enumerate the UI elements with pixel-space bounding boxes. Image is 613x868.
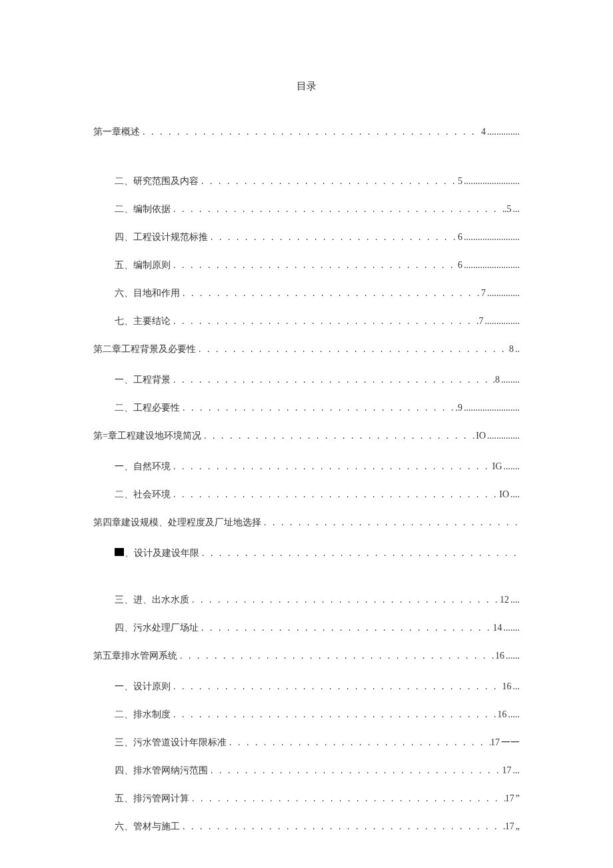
toc-page-number: 16	[502, 681, 512, 692]
toc-entry-text: 二、工程必要性	[115, 402, 180, 414]
toc-leader-dots	[196, 344, 509, 355]
toc-entry: 四、工程设计规范标推6........................	[115, 231, 520, 243]
toc-trail: ........................	[462, 403, 520, 413]
toc-entry-text: 一、设计原则	[115, 681, 171, 693]
toc-entry-text: 三、进、出水水质	[115, 594, 189, 606]
toc-entry: 三、进、出水水质12....	[115, 594, 520, 606]
toc-page-number: 17	[505, 793, 514, 804]
toc-entry: 二、社会环境IO....	[115, 489, 520, 501]
toc-entry: 、设计及建设年限	[115, 547, 520, 559]
toc-entry: 六、管材与施工17„	[115, 821, 520, 833]
toc-page-number: .8	[493, 375, 500, 385]
toc-page-number: .9	[456, 403, 463, 413]
toc-entry: 第四章建设规模、处理程度及厂址地选择	[93, 517, 520, 529]
toc-trail: ..	[514, 344, 520, 355]
toc-trail: ......	[504, 651, 520, 661]
toc-entry-text: 四、污水处理厂场址	[115, 622, 199, 634]
toc-page-number: 6	[458, 260, 462, 271]
toc-trail: ...	[512, 681, 520, 692]
toc-leader-dots	[201, 431, 476, 441]
toc-trail: .....	[507, 709, 520, 720]
toc-page-number: 5	[458, 176, 462, 187]
toc-entry: 二、工程必要性.9 ........................	[115, 402, 520, 414]
toc-entry: 二、排水制度16.....	[115, 709, 520, 721]
toc-title: 目录	[93, 80, 520, 93]
toc-entry-text: 四、工程设计规范标推	[115, 231, 208, 243]
toc-entry: 第=章工程建设地环境简况IO ..............	[93, 430, 520, 442]
toc-leader-dots	[171, 461, 492, 472]
toc-leader-dots	[171, 375, 493, 385]
toc-entry-text: 第五章排水管网系统	[93, 650, 177, 662]
toc-entry: 四、排水管网纳污范围17...	[115, 765, 520, 777]
toc-entry-text: 第一章概述	[93, 126, 140, 138]
toc-entry-text: 第四章建设规模、处理程度及厂址地选择	[93, 517, 261, 529]
toc-entry-text: 六、管材与施工	[115, 821, 180, 833]
toc-entry-text: 五、排污管网计算	[115, 793, 189, 805]
toc-entry-text: 三、污水管道设计年限标准	[115, 737, 227, 749]
toc-entry-text: 一、工程背景	[115, 374, 171, 386]
toc-leader-dots	[177, 651, 495, 661]
toc-leader-dots	[261, 517, 518, 528]
toc-trail: ...	[512, 204, 520, 215]
toc-leader-dots	[180, 403, 456, 413]
toc-entry: 五、排污管网计算17”	[115, 793, 520, 805]
toc-page-number: IO	[476, 431, 486, 441]
toc-entry-text: 六、目地和作用	[115, 287, 180, 299]
toc-page-number: 4	[481, 127, 486, 137]
toc-trail: .......	[502, 461, 520, 472]
toc-trail: ....	[509, 489, 520, 500]
toc-page-number: 6	[458, 232, 462, 243]
toc-entry-text: 七、主要结论	[115, 315, 171, 327]
toc-entry: 五、编制原则6........................	[115, 259, 520, 271]
toc-page-number: 17	[505, 821, 514, 832]
toc-page-number: 14	[493, 623, 502, 633]
toc-leader-dots	[199, 176, 458, 187]
toc-trail: „	[514, 821, 520, 832]
toc-trail: ..............	[486, 127, 520, 137]
toc-entry: 二、编制依据.5...	[115, 203, 520, 215]
toc-entry: 七、主要结论.7 ...............	[115, 315, 520, 327]
toc-trail: ...	[512, 765, 520, 776]
toc-leader-dots	[171, 489, 499, 500]
toc-leader-dots	[171, 260, 458, 271]
toc-trail: ........................	[462, 176, 520, 187]
toc-page-number: 7	[481, 288, 486, 299]
toc-leader-dots	[189, 595, 500, 605]
toc-leader-dots	[208, 765, 502, 776]
table-of-contents: 第一章概述4..............二、研究范围及内容5..........…	[93, 126, 520, 833]
toc-entry-text: 第二章工程背景及必要性	[93, 343, 196, 355]
toc-page-number: 16	[495, 651, 504, 661]
toc-trail: ........................	[462, 260, 520, 271]
toc-entry-text: 二、社会环境	[115, 489, 171, 501]
toc-leader-dots	[199, 623, 493, 633]
toc-trail: ”	[514, 793, 520, 804]
toc-entry: 一、工程背景.8 ........	[115, 374, 520, 386]
toc-entry-text: 二、排水制度	[115, 709, 171, 721]
toc-leader-dots	[199, 548, 518, 559]
toc-trail: ..............	[486, 431, 520, 441]
toc-page-number: IO	[499, 489, 509, 500]
toc-entry-text: 四、排水管网纳污范围	[115, 765, 208, 777]
toc-trail: 一一	[500, 737, 520, 749]
toc-entry-text: 二、研究范围及内容	[115, 175, 199, 187]
toc-entry: 一、自然环境IG .......	[115, 461, 520, 473]
toc-leader-dots	[208, 232, 458, 243]
toc-entry: 二、研究范围及内容5........................	[115, 175, 520, 187]
toc-entry: 第五章排水管网系统16......	[93, 650, 520, 662]
toc-leader-dots	[171, 709, 498, 720]
toc-leader-dots	[171, 316, 476, 327]
toc-entry: 第一章概述4..............	[93, 126, 520, 138]
toc-entry: 六、目地和作用7..............	[115, 287, 520, 299]
toc-trail: ....	[509, 595, 520, 605]
toc-trail: .......	[502, 623, 520, 633]
toc-leader-dots	[180, 821, 505, 832]
toc-entry: 三、污水管道设计年限标准17 一一	[115, 737, 520, 749]
toc-entry: 第二章工程背景及必要性8..	[93, 343, 520, 355]
toc-leader-dots	[140, 127, 481, 137]
toc-entry-text: 二、编制依据	[115, 203, 171, 215]
toc-leader-dots	[189, 793, 505, 804]
toc-leader-dots	[180, 288, 481, 299]
toc-page-number: .7	[476, 316, 484, 327]
toc-page-number: 8	[509, 344, 514, 355]
toc-entry: 四、污水处理厂场址14.......	[115, 622, 520, 634]
